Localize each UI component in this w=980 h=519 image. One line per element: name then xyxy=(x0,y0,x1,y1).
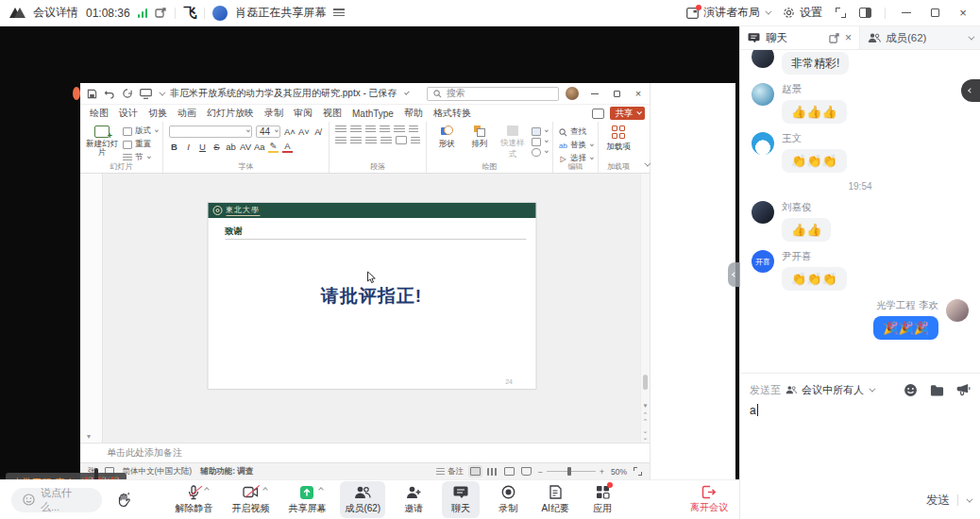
collapse-ribbon-icon[interactable] xyxy=(638,159,654,173)
shape-fill-icon[interactable] xyxy=(532,127,541,136)
close-button[interactable]: × xyxy=(955,6,971,21)
tab-chat[interactable]: 聊天 × xyxy=(740,26,859,49)
zoom-thumb[interactable] xyxy=(567,467,571,476)
undo-icon[interactable] xyxy=(104,89,115,99)
line-spacing-icon[interactable] xyxy=(394,126,405,133)
zoom-slider[interactable]: − + xyxy=(538,467,604,477)
font-color-icon[interactable]: A xyxy=(282,141,293,153)
ai-notes-button[interactable]: AI纪要 xyxy=(536,481,574,518)
fit-to-window-icon[interactable] xyxy=(634,467,642,476)
panel-collapse-handle[interactable] xyxy=(728,262,740,287)
previous-slide-icon[interactable]: ⌃⌃ xyxy=(643,411,649,425)
replace-button[interactable]: ab替换 xyxy=(559,140,592,151)
comments-icon[interactable] xyxy=(592,109,604,119)
ppt-maximize-button[interactable] xyxy=(611,86,622,101)
highlight-icon[interactable]: ✎ xyxy=(268,141,279,153)
ppt-search-box[interactable]: 搜索 xyxy=(427,87,559,101)
zoom-in-icon[interactable]: + xyxy=(600,467,604,477)
tab-transitions[interactable]: 切换 xyxy=(148,107,167,120)
leave-meeting-button[interactable]: 离开会议 xyxy=(690,485,728,514)
tab-help[interactable]: 帮助 xyxy=(404,107,423,120)
columns-icon[interactable] xyxy=(396,136,407,144)
tab-mathtype[interactable]: MathType xyxy=(352,109,394,119)
slide-thumbnails-pane[interactable]: ▾ xyxy=(80,174,103,443)
maximize-button[interactable] xyxy=(927,6,942,21)
emoji-picker-icon[interactable] xyxy=(904,383,918,397)
members-expand-icon[interactable] xyxy=(968,33,974,40)
italic-icon[interactable]: I xyxy=(183,142,194,152)
settings-button[interactable]: 设置 xyxy=(783,5,822,21)
unmute-button[interactable]: 解除静音 xyxy=(170,481,217,518)
members-button[interactable]: 成员(62) xyxy=(340,481,385,518)
announce-icon[interactable] xyxy=(956,383,971,396)
side-panel-icon[interactable] xyxy=(859,8,871,18)
font-size-select[interactable]: 44 xyxy=(256,126,280,138)
increase-font-icon[interactable]: A˄ xyxy=(284,126,295,137)
strikethrough-icon[interactable]: S xyxy=(211,142,222,152)
underline-icon[interactable]: U xyxy=(197,142,208,152)
share-screen-button[interactable]: 共享屏幕 xyxy=(283,481,330,518)
language-indicator[interactable]: 简体中文(中国大陆) xyxy=(123,466,193,477)
tab-members[interactable]: 成员(62) xyxy=(859,26,980,49)
bullets-icon[interactable] xyxy=(335,126,346,133)
accessibility-status[interactable]: 辅助功能: 调查 xyxy=(200,466,253,477)
meeting-detail-link[interactable]: 会议详情 xyxy=(33,5,78,21)
send-options-icon[interactable] xyxy=(966,495,972,502)
shapes-button[interactable]: 形状 xyxy=(432,126,461,150)
qat-customize-icon[interactable] xyxy=(159,89,165,95)
numbering-icon[interactable] xyxy=(350,126,362,133)
zoom-out-icon[interactable]: − xyxy=(538,467,543,477)
char-spacing-icon[interactable]: AV xyxy=(240,142,250,152)
save-icon[interactable] xyxy=(87,89,97,99)
slide-scrollbar[interactable]: ▾ ⌃⌃ ⌄⌄ xyxy=(640,174,650,443)
share-link-icon[interactable] xyxy=(155,7,167,19)
tab-view[interactable]: 视图 xyxy=(323,107,342,120)
bold-icon[interactable]: B xyxy=(169,142,179,152)
zoom-level[interactable]: 50% xyxy=(611,467,627,477)
clear-format-icon[interactable]: A̸ xyxy=(313,126,323,137)
raise-hand-button[interactable] xyxy=(111,488,136,512)
record-button[interactable]: 录制 xyxy=(489,481,527,518)
new-slide-button[interactable]: 新建幻灯片 xyxy=(86,126,118,158)
tab-design[interactable]: 设计 xyxy=(119,107,138,120)
shape-effects-icon[interactable] xyxy=(532,148,541,157)
align-center-icon[interactable] xyxy=(350,137,362,144)
quick-chat-input[interactable]: 说点什么... xyxy=(11,488,102,512)
layout-switch-button[interactable]: 演讲者布局 xyxy=(686,5,769,21)
invite-button[interactable]: 邀请 xyxy=(395,481,432,518)
scroll-down-icon[interactable]: ▾ xyxy=(644,402,648,409)
notes-pane[interactable]: 单击此处添加备注 xyxy=(80,443,650,462)
arrange-button[interactable]: 排列 xyxy=(465,126,494,150)
apps-button[interactable]: 应用 xyxy=(583,481,621,518)
ppt-share-button[interactable]: 共享 xyxy=(610,107,646,120)
indent-increase-icon[interactable] xyxy=(380,126,390,133)
find-button[interactable]: 查找 xyxy=(559,126,592,138)
app-logo-icon[interactable]: 飞 xyxy=(183,5,196,22)
popout-icon[interactable] xyxy=(829,33,839,43)
chat-message-list[interactable]: 非常精彩! 赵景 👍👍👍 王文 👏👏👏 19:54 刘嘉俊 👍👍 xyxy=(740,50,980,373)
redo-icon[interactable] xyxy=(122,89,133,99)
audience-selector[interactable]: 会议中所有人 xyxy=(802,383,864,397)
display-mode-icon[interactable] xyxy=(140,89,152,99)
reading-view-icon[interactable] xyxy=(504,467,515,476)
minimize-button[interactable] xyxy=(899,6,914,21)
align-left-icon[interactable] xyxy=(335,137,346,144)
banner-menu-icon[interactable] xyxy=(333,8,345,17)
slide-sorter-icon[interactable] xyxy=(487,468,498,476)
fullscreen-icon[interactable] xyxy=(836,8,846,18)
tab-slideshow[interactable]: 幻灯片放映 xyxy=(207,107,254,120)
tab-format-convert[interactable]: 格式转换 xyxy=(433,107,471,120)
smartart-icon[interactable] xyxy=(411,137,420,144)
start-video-button[interactable]: 开启视频 xyxy=(227,481,274,518)
slide-canvas[interactable]: 東北大學 致谢 请批评指正! 24 xyxy=(208,203,535,389)
text-direction-icon[interactable] xyxy=(409,126,418,133)
close-chat-icon[interactable]: × xyxy=(845,31,852,44)
font-name-select[interactable] xyxy=(169,126,252,138)
chat-button[interactable]: 聊天 xyxy=(442,481,480,518)
title-dropdown-icon[interactable] xyxy=(404,90,410,95)
audience-chevron-icon[interactable] xyxy=(869,385,875,392)
tab-draw[interactable]: 绘图 xyxy=(90,107,109,120)
ppt-account-avatar[interactable] xyxy=(566,87,579,100)
thumbnail-scroll-down-icon[interactable]: ▾ xyxy=(87,432,91,441)
indent-decrease-icon[interactable] xyxy=(365,126,376,133)
